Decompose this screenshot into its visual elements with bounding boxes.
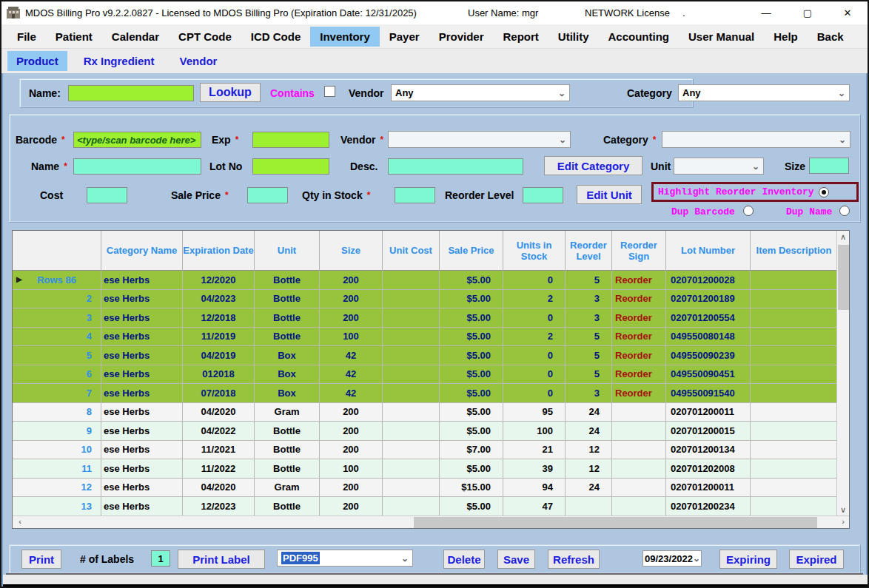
cell-unit: Gram	[255, 403, 320, 422]
save-button[interactable]: Save	[497, 550, 535, 569]
menu-item-patient[interactable]: Patient	[46, 27, 102, 47]
menu-item-back[interactable]: Back	[808, 27, 853, 47]
cell-desc	[751, 328, 838, 347]
cell-exp: 04/2023	[183, 290, 255, 309]
column-header-item-description[interactable]: Item Description	[751, 231, 838, 271]
expired-button[interactable]: Expired	[789, 550, 844, 569]
reorder-level-input[interactable]	[523, 187, 563, 203]
table-row[interactable]: 9ese Herbs04/2022Bottle200$5.00100240207…	[13, 422, 849, 441]
row-header-cell: 10	[13, 441, 101, 460]
vertical-scrollbar[interactable]: ∧ ∨	[836, 231, 849, 517]
cell-lot: 020701200028	[666, 271, 751, 290]
cell-sale_price: $15.00	[440, 479, 503, 498]
print-label-button[interactable]: Print Label	[178, 550, 265, 569]
tab-rx-ingredient[interactable]: Rx Ingredient	[75, 51, 164, 71]
form-category-select[interactable]: ⌄	[662, 131, 850, 148]
table-row[interactable]: 4ese Herbs11/2019Bottle100$5.0025Reorder…	[13, 328, 849, 347]
num-labels-input[interactable]	[151, 550, 170, 567]
menu-item-utility[interactable]: Utility	[548, 27, 599, 47]
desc-input[interactable]	[388, 158, 523, 175]
table-row[interactable]: 3ese Herbs12/2018Bottle200$5.0003Reorder…	[13, 308, 849, 328]
search-category-select[interactable]: Any ⌄	[678, 84, 850, 101]
column-header-unit-cost[interactable]: Unit Cost	[383, 231, 440, 271]
table-row[interactable]: 10ese Herbs11/2021Bottle200$7.0021120207…	[13, 441, 849, 460]
column-header-unit[interactable]: Unit	[255, 231, 320, 271]
menu-item-calendar[interactable]: Calendar	[102, 27, 169, 47]
sale-price-input[interactable]	[247, 187, 288, 203]
edit-unit-button[interactable]: Edit Unit	[577, 185, 642, 204]
minimize-button[interactable]: —	[749, 1, 783, 24]
table-row[interactable]: 13ese Herbs12/2023Bottle200$5.0047020701…	[13, 497, 849, 516]
cell-unit: Box	[255, 384, 320, 403]
menu-item-user-manual[interactable]: User Manual	[679, 27, 764, 47]
menu-item-help[interactable]: Help	[764, 27, 808, 47]
edit-category-button[interactable]: Edit Category	[544, 156, 642, 175]
menu-item-cpt-code[interactable]: CPT Code	[169, 27, 241, 47]
menu-item-inventory[interactable]: Inventory	[310, 27, 380, 47]
exp-input[interactable]	[252, 132, 329, 148]
close-button[interactable]: ✕	[831, 1, 865, 24]
barcode-input[interactable]	[73, 132, 201, 148]
horizontal-scrollbar[interactable]: ‹ ›	[13, 516, 850, 528]
menu-item-payer[interactable]: Payer	[380, 27, 429, 47]
column-header-units-in-stock[interactable]: Units in Stock	[503, 231, 566, 271]
tab-vendor[interactable]: Vendor	[171, 51, 227, 71]
vertical-scroll-thumb[interactable]	[838, 245, 849, 310]
tab-product[interactable]: Product	[7, 51, 67, 71]
search-name-input[interactable]	[68, 85, 194, 101]
contains-checkbox[interactable]	[324, 86, 335, 97]
menu-item-accounting[interactable]: Accounting	[599, 27, 680, 47]
table-row[interactable]: 12ese Herbs04/2020Gram200$15.00942402070…	[13, 479, 849, 498]
table-row[interactable]: 6ese Herbs012018Box42$5.0005Reorder04955…	[13, 365, 849, 385]
menu-item-provider[interactable]: Provider	[429, 27, 494, 47]
column-header-sale-price[interactable]: Sale Price	[440, 231, 503, 271]
cell-sale_price: $5.00	[440, 422, 503, 441]
highlight-reorder-radio[interactable]	[819, 187, 829, 197]
qty-in-stock-input[interactable]	[395, 187, 435, 203]
maximize-button[interactable]: ▢	[791, 1, 825, 24]
column-header-rownum[interactable]	[13, 231, 101, 271]
column-header-lot-number[interactable]: Lot Number	[666, 231, 751, 271]
print-button[interactable]: Print	[21, 550, 61, 569]
menu-item-icd-code[interactable]: ICD Code	[241, 27, 311, 47]
search-vendor-select[interactable]: Any ⌄	[391, 84, 570, 101]
lot-no-input[interactable]	[252, 158, 329, 175]
table-row[interactable]: 5ese Herbs04/2019Box42$5.0005Reorder0495…	[13, 346, 849, 365]
cost-input[interactable]	[87, 187, 127, 203]
form-name-input[interactable]	[73, 158, 201, 175]
table-row[interactable]: 2ese Herbs04/2023Bottle200$5.0023Reorder…	[13, 290, 849, 309]
scroll-left-icon[interactable]: ‹	[14, 516, 26, 528]
printer-select[interactable]: PDF995 ⌄	[277, 550, 413, 567]
column-header-size[interactable]: Size	[320, 231, 383, 271]
scroll-up-icon[interactable]: ∧	[837, 232, 849, 243]
column-header-expiration-date[interactable]: Expiration Date	[183, 231, 255, 271]
table-row[interactable]: 8ese Herbs04/2020Gram200$5.0095240207012…	[13, 403, 849, 422]
cell-reorder_level: 5	[566, 346, 612, 365]
cell-reorder_sign: Reorder	[612, 308, 666, 328]
cell-lot: 020701200011	[666, 479, 751, 498]
menu-item-file[interactable]: File	[7, 27, 46, 47]
delete-button[interactable]: Delete	[443, 550, 485, 569]
dup-name-radio[interactable]	[839, 206, 850, 216]
column-header-reorder-level[interactable]: Reorder Level	[566, 231, 612, 271]
cell-units_in_stock: 47	[503, 497, 566, 516]
menu-item-report[interactable]: Report	[493, 27, 548, 47]
exp-label: Exp*	[212, 134, 238, 146]
unit-select[interactable]: ⌄	[674, 158, 764, 175]
cell-unit: Bottle	[255, 328, 320, 347]
lookup-button[interactable]: Lookup	[200, 83, 261, 102]
column-header-reorder-sign[interactable]: Reorder Sign	[612, 231, 666, 271]
column-header-category-name[interactable]: Category Name	[101, 231, 183, 271]
expiring-button[interactable]: Expiring	[719, 550, 777, 569]
table-row[interactable]: 7ese Herbs07/2018Box42$5.0003Reorder0495…	[13, 384, 849, 403]
table-row[interactable]: 11ese Herbs11/2022Bottle100$5.0039120207…	[13, 459, 849, 479]
table-row[interactable]: ▶Rows 86ese Herbs12/2020Bottle200$5.0005…	[13, 271, 849, 290]
dup-barcode-radio[interactable]	[743, 206, 754, 216]
form-vendor-select[interactable]: ⌄	[388, 131, 571, 148]
date-picker[interactable]: 09/23/2022 ⌄	[642, 550, 702, 567]
horizontal-scroll-thumb[interactable]	[414, 517, 817, 528]
scroll-down-icon[interactable]: ∨	[837, 504, 849, 516]
scroll-right-icon[interactable]: ›	[837, 516, 849, 528]
size-input[interactable]	[809, 158, 849, 174]
refresh-button[interactable]: Refresh	[548, 550, 600, 569]
